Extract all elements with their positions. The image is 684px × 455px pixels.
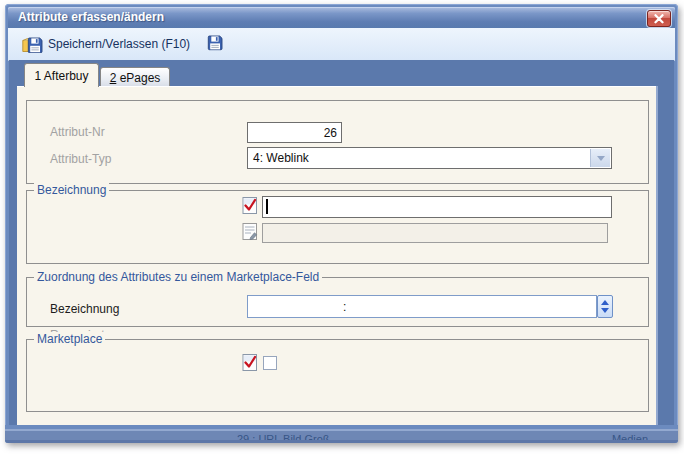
dialog-window: Attribute erfassen/ändern Spei — [5, 4, 678, 443]
check-doc-icon — [241, 353, 259, 372]
tab-afterbuy[interactable]: 1 Afterbuy — [24, 63, 99, 87]
spinner-up-icon — [601, 300, 609, 305]
toolbar: Speichern/Verlassen (F10) — [8, 28, 675, 61]
edit-doc-icon — [241, 222, 259, 241]
bezeichnung-group-title: Bezeichnung — [34, 183, 109, 197]
save-exit-icon — [22, 36, 43, 53]
window-title: Attribute erfassen/ändern — [18, 10, 164, 24]
window-bottom-frame: 29 : URL Bild Groß Medien — [5, 425, 678, 443]
background-grid-row: 29 : URL Bild Groß Medien — [5, 431, 678, 440]
marketplace-feld-value: : — [248, 300, 346, 314]
tab-afterbuy-label: 1 Afterbuy — [34, 69, 88, 83]
background-row-left-text: 29 : URL Bild Groß — [237, 432, 330, 440]
background-row-right-text: Medien — [612, 432, 648, 440]
frame-shade — [5, 440, 678, 443]
marketplace-feld-select[interactable]: : — [247, 295, 597, 318]
attribut-typ-select[interactable]: 4: Weblink — [247, 147, 612, 169]
save-button[interactable] — [204, 32, 227, 56]
attribut-nr-label: Attribut-Nr — [50, 125, 105, 140]
attribut-typ-value: 4: Weblink — [248, 151, 309, 165]
attribut-typ-label: Attribut-Typ — [50, 152, 111, 167]
save-icon — [207, 34, 224, 51]
spinner-down-icon — [601, 308, 609, 313]
chevron-down-icon — [597, 156, 605, 161]
marketplace-feld-spinner[interactable] — [597, 295, 613, 318]
title-bar[interactable]: Attribute erfassen/ändern — [8, 7, 675, 28]
bezeichnung-input[interactable] — [262, 196, 612, 218]
close-icon — [653, 14, 665, 24]
tab-epages-label: ePages — [116, 71, 160, 85]
check-doc-icon — [241, 196, 259, 215]
save-exit-label: Speichern/Verlassen (F10) — [48, 37, 190, 51]
text-caret — [266, 199, 268, 214]
client-area: 1 Afterbuy 2 ePages Attribut-Nr Attribut… — [9, 60, 674, 425]
tab-epages[interactable]: 2 ePages — [100, 67, 170, 87]
close-button[interactable] — [647, 10, 671, 27]
attribut-typ-dropdown-button[interactable] — [590, 149, 610, 167]
tab-epages-accel: 2 — [110, 71, 117, 85]
tab-page-afterbuy: Attribut-Nr Attribut-Typ 4: Weblink Beze… — [17, 86, 656, 425]
zuordnung-group-title: Zuordnung des Attributes zu einem Market… — [34, 270, 322, 284]
reserviert-input — [262, 223, 608, 243]
bezeichnung-field-wrap — [262, 196, 612, 218]
pflichtattribut-checkbox[interactable] — [263, 356, 277, 370]
marketplace-groupbox: Marketplace Pflichtattribut — [26, 339, 649, 412]
save-exit-button[interactable]: Speichern/Verlassen (F10) — [18, 34, 194, 55]
attribut-nr-input[interactable] — [247, 122, 342, 143]
marketplace-group-title: Marketplace — [34, 332, 105, 346]
